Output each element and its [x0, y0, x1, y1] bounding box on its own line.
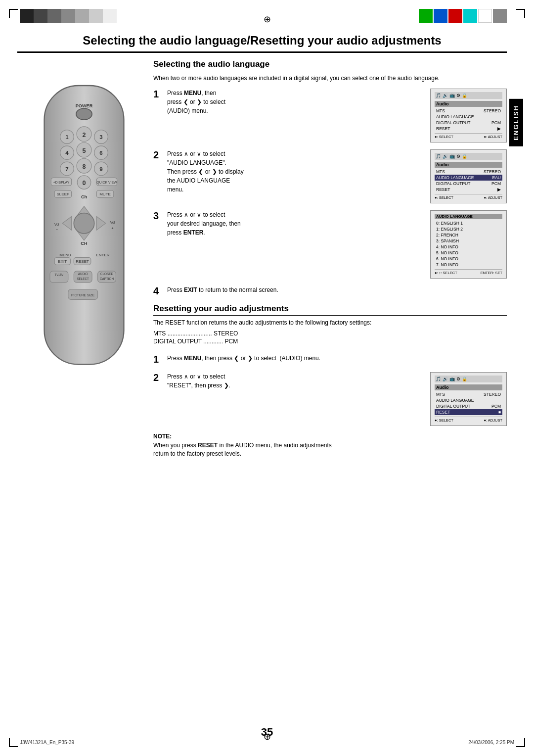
svg-text:Ch: Ch [81, 194, 88, 199]
step2-number: 2 [153, 149, 162, 161]
step3-number: 3 [153, 210, 162, 222]
svg-text:ENTER: ENTER [96, 253, 109, 257]
svg-text:CAPTION: CAPTION [100, 277, 114, 281]
page-title: Selecting the audio language/Resetting y… [17, 34, 507, 47]
svg-text:CH: CH [81, 241, 88, 246]
content-area: Selecting the audio language When two or… [153, 59, 507, 458]
footer-left: J3W41321A_En_P35-39 [20, 740, 74, 745]
svg-text:0: 0 [82, 180, 86, 187]
menu-screen-1: 🎵 🔊 📺 ⚙ 🔒 Audio MTSSTEREO AUDIO LANGUAGE… [430, 89, 507, 142]
step1-number: 1 [153, 89, 162, 100]
step2-text: Press ∧ or ∨ to select "AUDIO LANGUAGE".… [167, 149, 425, 194]
svg-text:7: 7 [65, 166, 68, 172]
svg-text:PICTURE SIZE: PICTURE SIZE [71, 293, 95, 297]
svg-text:6: 6 [99, 150, 102, 156]
svg-text:QUICK VIEW: QUICK VIEW [96, 181, 117, 185]
svg-text:AUDIO: AUDIO [78, 272, 88, 276]
grayscale-blocks [20, 9, 117, 23]
corner-mark-bl [9, 738, 18, 747]
svg-text:EXIT: EXIT [58, 259, 67, 264]
svg-text:RESET: RESET [76, 259, 89, 264]
color-blocks [419, 9, 507, 23]
reset-step2-row: 2 Press ∧ or ∨ to select "RESET", then p… [153, 372, 507, 426]
reset-title: Resetting your audio adjustments [153, 304, 507, 316]
svg-text:Vol: Vol [54, 223, 59, 226]
reset-section: Resetting your audio adjustments The RES… [153, 304, 507, 426]
svg-text:TV/AV: TV/AV [55, 273, 64, 277]
reset-desc: The RESET function returns the audio adj… [153, 318, 507, 327]
step2-img: 🎵 🔊 📺 ⚙ 🔒 Audio MTSSTEREO AUDIO LANGUAGE… [430, 149, 507, 203]
svg-text:8: 8 [82, 163, 86, 170]
step3-text: Press ∧ or ∨ to select your desired lang… [167, 210, 425, 237]
svg-point-40 [74, 213, 94, 234]
svg-text:MUTE: MUTE [99, 192, 111, 196]
step1-img: 🎵 🔊 📺 ⚙ 🔒 Audio MTSSTEREO AUDIO LANGUAGE… [430, 89, 507, 142]
crosshair-top: ⊕ [264, 14, 271, 25]
svg-point-2 [76, 108, 92, 120]
svg-text:Vol: Vol [110, 221, 115, 224]
note-section: NOTE: When you press RESET in the AUDIO … [153, 433, 507, 458]
svg-text:9: 9 [99, 166, 102, 172]
svg-text:–: – [56, 227, 58, 231]
english-sidebar: ENGLISH [509, 99, 523, 146]
reset-step1-number: 1 [153, 354, 162, 365]
reset-step1-text: Press MENU, then press ❮ or ❯ to select … [167, 354, 507, 363]
corner-mark-tl [9, 9, 18, 18]
section1-title: Selecting the audio language [153, 59, 507, 71]
svg-text:SLEEP: SLEEP [56, 192, 69, 196]
step3-row: 3 Press ∧ or ∨ to select your desired la… [153, 210, 507, 279]
svg-text:POWER: POWER [76, 103, 93, 108]
crosshair-bottom: ⊕ [264, 731, 271, 742]
svg-text:MENU: MENU [59, 253, 71, 257]
reset-step2-text: Press ∧ or ∨ to select "RESET", then pre… [167, 372, 425, 390]
svg-text:4: 4 [65, 150, 69, 156]
note-text: When you press RESET in the AUDIO menu, … [153, 441, 507, 458]
remote-area: POWER 1 2 3 4 5 6 7 8 9 +DISPLAY 0 QUICK… [17, 74, 151, 370]
mts-line: MTS ........................... STEREO [153, 330, 507, 337]
svg-text:5: 5 [82, 147, 86, 154]
menu-screen-4: 🎵 🔊 📺 ⚙ 🔒 Audio MTSSTEREO AUDIO LANGUAGE… [430, 372, 507, 426]
section1-desc: When two or more audio languages are inc… [153, 74, 507, 83]
reset-step1-row: 1 Press MENU, then press ❮ or ❯ to selec… [153, 354, 507, 365]
svg-text:+DISPLAY: +DISPLAY [53, 181, 70, 184]
footer-right: 24/03/2006, 2:25 PM [468, 740, 514, 745]
main-title-area: Selecting the audio language/Resetting y… [17, 34, 507, 53]
step1-row: 1 Press MENU, then press ❮ or ❯ to selec… [153, 89, 507, 142]
remote-svg: POWER 1 2 3 4 5 6 7 8 9 +DISPLAY 0 QUICK… [27, 74, 141, 370]
svg-text:CLOSED: CLOSED [100, 272, 113, 276]
step4-text: Press EXIT to return to the normal scree… [167, 285, 507, 294]
corner-mark-tr [516, 9, 525, 18]
corner-mark-br [516, 738, 525, 747]
svg-text:+: + [111, 227, 113, 230]
svg-text:3: 3 [99, 134, 102, 140]
svg-text:2: 2 [82, 132, 86, 139]
reset-step2-number: 2 [153, 372, 162, 383]
menu-screen-3: AUDIO LANGUAGE 0: ENGLISH 1 1: ENGLISH 2… [430, 210, 507, 279]
menu-screen-2: 🎵 🔊 📺 ⚙ 🔒 Audio MTSSTEREO AUDIO LANGUAGE… [430, 149, 507, 203]
step1-text: Press MENU, then press ❮ or ❯ to select … [167, 89, 425, 115]
step4-row: 4 Press EXIT to return to the normal scr… [153, 285, 507, 297]
digital-line: DIGITAL OUTPUT ............ PCM [153, 338, 507, 345]
step3-img: AUDIO LANGUAGE 0: ENGLISH 1 1: ENGLISH 2… [430, 210, 507, 279]
step2-row: 2 Press ∧ or ∨ to select "AUDIO LANGUAGE… [153, 149, 507, 203]
reset-step2-img: 🎵 🔊 📺 ⚙ 🔒 Audio MTSSTEREO AUDIO LANGUAGE… [430, 372, 507, 426]
svg-text:1: 1 [65, 134, 69, 140]
step4-number: 4 [153, 285, 162, 297]
note-title: NOTE: [153, 433, 507, 440]
svg-text:SELECT: SELECT [77, 277, 89, 281]
